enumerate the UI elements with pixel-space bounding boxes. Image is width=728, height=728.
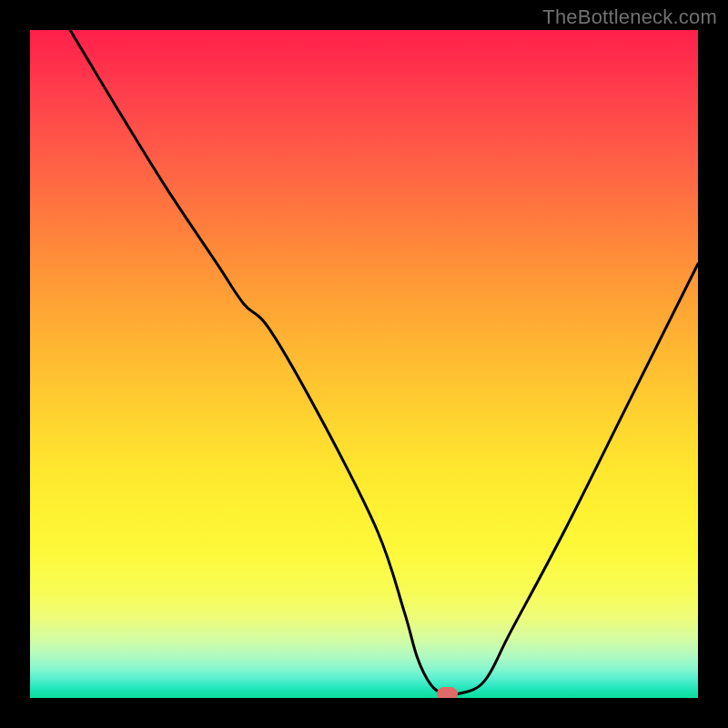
plot-area bbox=[30, 30, 698, 698]
chart-frame: TheBottleneck.com bbox=[0, 0, 728, 728]
watermark-text: TheBottleneck.com bbox=[542, 5, 717, 29]
bottleneck-curve bbox=[70, 30, 698, 695]
curve-layer bbox=[30, 30, 698, 698]
optimal-marker bbox=[437, 687, 458, 698]
